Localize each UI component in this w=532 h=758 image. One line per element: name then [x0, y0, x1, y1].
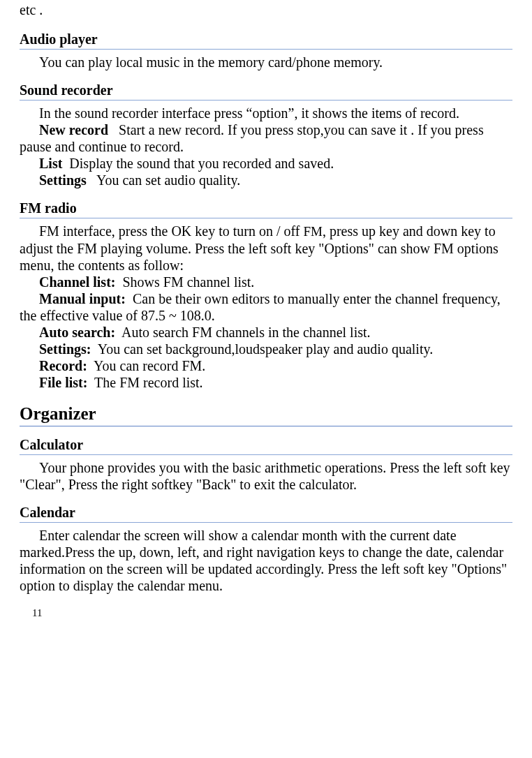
page-number: 11: [32, 607, 512, 619]
text-channel-list: Shows FM channel list.: [115, 274, 254, 290]
sound-recorder-settings: Settings You can set audio quality.: [20, 172, 512, 188]
document-page: etc . Audio player You can play local mu…: [20, 0, 512, 619]
text-record: You can record FM.: [87, 358, 205, 373]
fm-settings: Settings: You can set background,loudspe…: [20, 341, 512, 357]
para-calendar: Enter calendar the screen will show a ca…: [20, 527, 512, 594]
text-list: Display the sound that you recorded and …: [62, 156, 334, 171]
para-fm-radio: FM interface, press the OK key to turn o…: [20, 223, 512, 391]
label-manual-input: Manual input:: [39, 291, 126, 306]
orphan-line: etc .: [20, 1, 512, 18]
text-fm-settings: You can set background,loudspeaker play …: [91, 341, 433, 357]
fm-manual-input: Manual input: Can be their own editors t…: [20, 290, 512, 324]
sound-recorder-list: List Display the sound that you recorded…: [20, 155, 512, 172]
fm-intro: FM interface, press the OK key to turn o…: [20, 223, 512, 274]
sound-recorder-intro: In the sound recorder interface press “o…: [20, 105, 512, 121]
label-channel-list: Channel list:: [39, 274, 115, 290]
heading-calculator: Calculator: [20, 436, 512, 455]
label-record: Record:: [39, 358, 87, 373]
text-file-list: The FM record list.: [87, 375, 202, 390]
fm-file-list: File list: The FM record list.: [20, 374, 512, 391]
heading-fm-radio: FM radio: [20, 200, 512, 218]
heading-calendar: Calendar: [20, 504, 512, 523]
label-settings: Settings: [39, 172, 87, 188]
label-list: List: [39, 156, 62, 171]
fm-intro-fm: FM: [303, 224, 322, 239]
label-new-record: New record: [39, 122, 108, 138]
sound-recorder-new-record: New record Start a new record. If you pr…: [20, 121, 512, 155]
fm-auto-search: Auto search: Auto search FM channels in …: [20, 324, 512, 341]
heading-audio-player: Audio player: [20, 31, 512, 50]
text-auto-search: Auto search FM channels in the channel l…: [115, 325, 370, 340]
label-fm-settings: Settings:: [39, 341, 91, 357]
heading-organizer: Organizer: [20, 403, 512, 426]
para-audio-player: You can play local music in the memory c…: [20, 54, 512, 70]
label-file-list: File list:: [39, 375, 87, 390]
fm-record: Record: You can record FM.: [20, 357, 512, 374]
para-sound-recorder: In the sound recorder interface press “o…: [20, 105, 512, 188]
heading-sound-recorder: Sound recorder: [20, 82, 512, 101]
fm-intro-part1: FM interface, press the OK key to turn o…: [39, 223, 303, 239]
para-calculator: Your phone provides you with the basic a…: [20, 459, 512, 493]
label-auto-search: Auto search:: [39, 325, 115, 340]
fm-channel-list: Channel list: Shows FM channel list.: [20, 274, 512, 290]
text-settings: You can set audio quality.: [87, 172, 240, 188]
